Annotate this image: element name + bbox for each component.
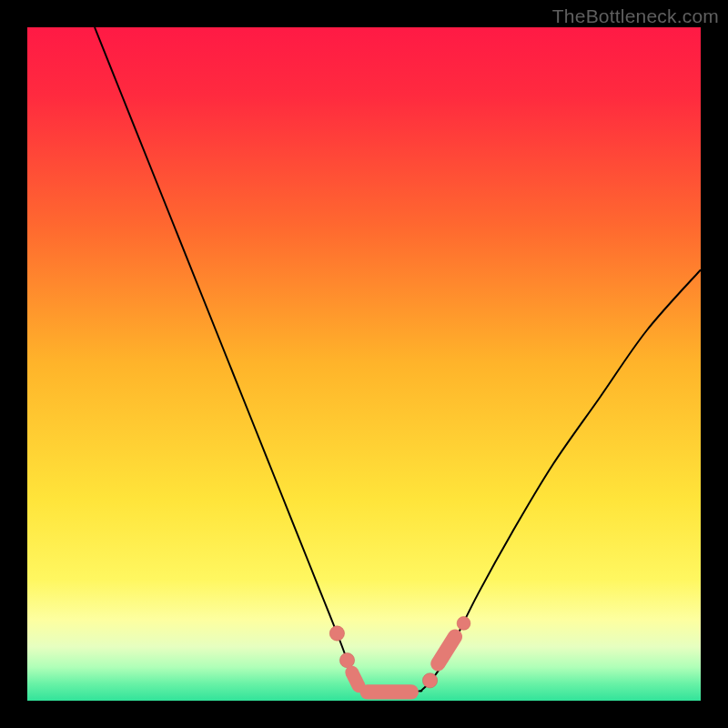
marker-dot <box>339 652 354 667</box>
marker-capsule <box>438 637 455 664</box>
bottleneck-curve <box>27 27 701 701</box>
curve-path <box>95 27 701 693</box>
marker-capsule <box>352 672 359 686</box>
marker-dot <box>422 673 437 688</box>
outer-frame: TheBottleneck.com <box>0 0 728 728</box>
watermark-text: TheBottleneck.com <box>552 5 719 27</box>
marker-dot <box>457 617 470 631</box>
marker-dot <box>329 626 344 641</box>
plot-area <box>27 27 701 701</box>
